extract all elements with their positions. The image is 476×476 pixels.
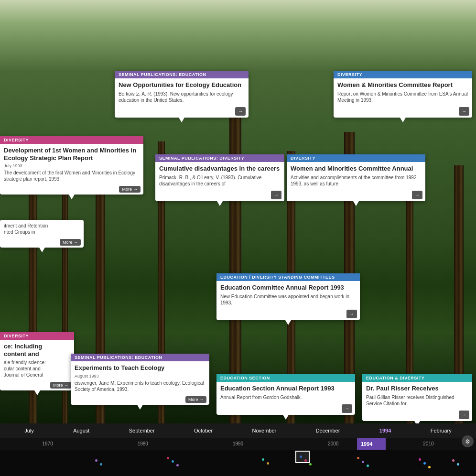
card-header-8: Education Section bbox=[216, 374, 355, 382]
year-1970: 1970 bbox=[0, 441, 95, 446]
card-edu-standing: Education / Diversity Standing Committee… bbox=[216, 273, 360, 320]
card-arrow-btn-5[interactable]: → bbox=[412, 191, 422, 199]
dot-13 bbox=[367, 465, 369, 467]
card-seminal-edu-1: Seminal Publications: Education New Oppo… bbox=[115, 71, 249, 118]
card-header-3: Diversity bbox=[0, 136, 143, 144]
dot-6 bbox=[262, 458, 264, 461]
card-arrow-btn-4[interactable]: → bbox=[271, 191, 281, 199]
card-desc-7: eiswenger, Jane M. Experiments to teach … bbox=[75, 380, 206, 392]
card-more-btn-partial-1[interactable]: More → bbox=[50, 382, 71, 389]
timeline-container: July August September October November D… bbox=[0, 423, 476, 476]
card-arrow-btn-9[interactable]: → bbox=[459, 411, 469, 419]
timeline-dots-bar[interactable] bbox=[0, 450, 476, 476]
dot-12 bbox=[362, 461, 364, 463]
card-title-2: Women & Minorities Committee Report bbox=[337, 81, 468, 89]
card-diversity-2: Diversity Development of 1st Women and M… bbox=[0, 136, 143, 195]
card-title-4: Cumulative disadvantages in the careers bbox=[159, 165, 281, 173]
card-desc-6: New Education Committee was appointed an… bbox=[220, 293, 356, 306]
card-desc-partial-1: ale friendly science:cular content andJo… bbox=[4, 359, 70, 378]
dot-3 bbox=[167, 457, 169, 459]
card-title-1: New Opportunities for Ecology Education bbox=[119, 81, 245, 89]
card-title-8: Education Section Annual Report 1993 bbox=[220, 385, 351, 392]
card-arrow-btn-2[interactable]: → bbox=[459, 107, 469, 116]
timeline-years-bar[interactable]: 1994 1970 1980 1990 2000 2010 bbox=[0, 438, 476, 450]
card-title-6: Education Committee Annual Report 1993 bbox=[220, 284, 356, 292]
card-desc-partial-2: itment and Retentionnted Groups in bbox=[4, 223, 80, 235]
card-desc-5: Activities and accomplishments of the co… bbox=[291, 174, 422, 187]
card-desc-4: Primack, R. B., & O'Leary, V. (1993). Cu… bbox=[159, 174, 281, 187]
dot-16 bbox=[428, 466, 431, 468]
scroll-button[interactable]: ⚙ bbox=[462, 435, 474, 447]
month-december: December bbox=[316, 428, 340, 433]
timeline-months-bar[interactable]: July August September October November D… bbox=[0, 423, 476, 438]
card-desc-3: The development of the first Women and M… bbox=[4, 170, 140, 182]
card-header-7: Seminal Publications: Education bbox=[71, 354, 209, 361]
card-arrow-btn-1[interactable]: → bbox=[235, 107, 246, 116]
card-date-7: August 1993 bbox=[75, 374, 206, 379]
card-desc-8: Annual Report from Gordon Godshalk. bbox=[220, 394, 351, 400]
month-september: September bbox=[129, 428, 155, 433]
card-header-5: Diversity bbox=[287, 154, 425, 162]
year-1994-label: 1994 bbox=[379, 428, 391, 433]
card-title-3: Development of 1st Women and Minorities … bbox=[4, 147, 140, 162]
card-header-2: Diversity bbox=[334, 71, 472, 78]
dot-11 bbox=[357, 457, 359, 459]
card-header-partial-1: Diversity bbox=[0, 332, 74, 340]
card-edu-section: Education Section Education Section Annu… bbox=[216, 374, 355, 415]
card-desc-9: Paul Gillian Risser receives Distinguish… bbox=[366, 394, 468, 407]
card-edu-diversity: Education & Diversity Dr. Paul Risser Re… bbox=[362, 374, 472, 421]
dot-4 bbox=[172, 460, 174, 463]
dot-2 bbox=[100, 463, 102, 465]
card-header-4: Seminal Publications: Diversity bbox=[155, 154, 284, 162]
card-title-5: Women and Minorities Committee Annual bbox=[291, 165, 422, 173]
card-title-partial-1: ce: Includingcontent and bbox=[4, 343, 70, 357]
card-title-7: Experiments to Teach Ecology bbox=[75, 364, 206, 372]
card-partial-2: itment and Retentionnted Groups in More … bbox=[0, 220, 84, 248]
card-header-1: Seminal Publications: Education bbox=[115, 71, 249, 78]
card-desc-1: Berkowitz, A. R. (1993). New opportuniti… bbox=[119, 91, 245, 103]
card-diversity-3: Diversity Women and Minorities Committee… bbox=[287, 154, 425, 201]
card-arrow-btn-8[interactable]: → bbox=[342, 404, 352, 413]
month-october: October bbox=[194, 428, 213, 433]
card-header-9: Education & Diversity bbox=[362, 374, 472, 382]
dot-5 bbox=[176, 464, 179, 466]
dot-17 bbox=[452, 459, 454, 462]
card-diversity-1: Diversity Women & Minorities Committee R… bbox=[334, 71, 472, 118]
dot-15 bbox=[423, 462, 426, 465]
dot-10 bbox=[309, 463, 312, 465]
card-arrow-btn-6[interactable]: → bbox=[346, 310, 357, 318]
dot-7 bbox=[267, 462, 269, 465]
card-seminal-edu-2: Seminal Publications: Education Experime… bbox=[71, 354, 209, 405]
card-date-3: July 1993 bbox=[4, 163, 140, 168]
month-july: July bbox=[24, 428, 34, 433]
card-more-btn-partial-2[interactable]: More → bbox=[60, 239, 81, 246]
month-february: February bbox=[431, 428, 452, 433]
dot-18 bbox=[457, 463, 459, 465]
card-partial-1: Diversity ce: Includingcontent and ale f… bbox=[0, 332, 74, 390]
card-seminal-div-1: Seminal Publications: Diversity Cumulati… bbox=[155, 154, 284, 201]
year-1980: 1980 bbox=[95, 441, 190, 446]
card-more-btn-7[interactable]: More → bbox=[185, 396, 206, 403]
year-1990: 1990 bbox=[190, 441, 285, 446]
month-november: November bbox=[252, 428, 277, 433]
dot-14 bbox=[419, 458, 421, 461]
card-more-btn-3[interactable]: More → bbox=[119, 186, 141, 193]
card-header-6: Education / Diversity Standing Committee… bbox=[216, 273, 360, 281]
month-august: August bbox=[73, 428, 89, 433]
card-title-9: Dr. Paul Risser Receives bbox=[366, 385, 468, 392]
timeline-highlight-box bbox=[295, 451, 310, 463]
dot-1 bbox=[95, 459, 97, 462]
card-desc-2: Report on Women & Minorities Committee f… bbox=[337, 91, 468, 103]
year-highlight: 1994 bbox=[357, 438, 386, 450]
